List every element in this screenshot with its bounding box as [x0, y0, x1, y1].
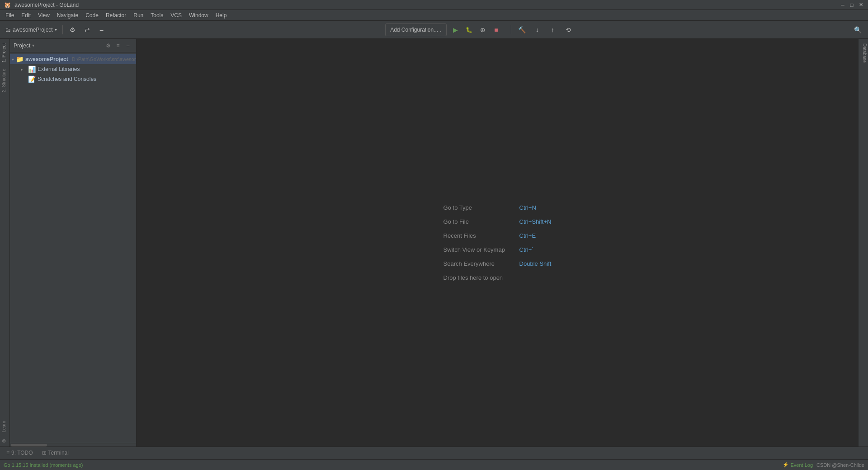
- title-bar-left: 🐹 awesomeProject - GoLand: [4, 1, 79, 9]
- status-bar-right: ⚡ Event Log CSDN @Shen-Childe: [783, 462, 864, 468]
- switch-view-label: Switch View or Keymap: [443, 246, 516, 253]
- bottom-tab-todo[interactable]: ≡ 9: TODO: [2, 447, 38, 459]
- app-icon: 🐹: [4, 1, 11, 9]
- folder-icon: 📁: [16, 56, 24, 63]
- tree-expand-arrow: ▸: [21, 67, 26, 72]
- external-libraries-label: External Libraries: [38, 66, 80, 72]
- terminal-label: Terminal: [48, 450, 69, 456]
- project-root-name: awesomeProject: [25, 56, 68, 62]
- project-panel-title: Project: [14, 42, 30, 49]
- event-log-icon: ⚡: [783, 462, 789, 468]
- vcs-push-button[interactable]: ↑: [547, 24, 559, 36]
- minimize-button[interactable]: ─: [839, 1, 846, 9]
- scratches-label: Scratches and Consoles: [38, 76, 96, 82]
- project-collapse-button[interactable]: –: [123, 41, 132, 50]
- add-config-label: Add Configuration...: [390, 27, 438, 33]
- sidebar-tab-database[interactable]: Database: [859, 41, 868, 66]
- menu-navigate[interactable]: Navigate: [53, 10, 82, 20]
- tree-item-external-libraries[interactable]: ▸ 📊 External Libraries: [10, 64, 136, 74]
- tree-item-scratches[interactable]: ▸ 📝 Scratches and Consoles: [10, 74, 136, 84]
- menu-edit[interactable]: Edit: [18, 10, 34, 20]
- project-icon[interactable]: 🗂 awesomeProject ▾: [4, 24, 59, 36]
- maximize-button[interactable]: □: [848, 1, 855, 9]
- user-status: CSDN @Shen-Childe: [816, 462, 864, 468]
- run-controls: ▶ 🐛 ⊕ ■: [449, 24, 503, 36]
- recent-files-row: Recent Files Ctrl+E: [443, 232, 536, 239]
- title-bar-controls: ─ □ ✕: [839, 1, 864, 9]
- menu-file[interactable]: File: [2, 10, 18, 20]
- add-configuration-button[interactable]: Add Configuration... .: [385, 24, 446, 36]
- title-bar: 🐹 awesomeProject - GoLand ─ □ ✕: [0, 0, 868, 10]
- search-everywhere-button[interactable]: 🔍: [852, 24, 864, 36]
- history-button[interactable]: ⟲: [562, 24, 575, 36]
- menu-vcs[interactable]: VCS: [167, 10, 185, 20]
- todo-icon: ≡: [6, 450, 9, 456]
- run-with-coverage-button[interactable]: ⊕: [476, 24, 489, 36]
- goto-type-label: Go to Type: [443, 204, 516, 211]
- menu-tools[interactable]: Tools: [147, 10, 167, 20]
- goto-type-key[interactable]: Ctrl+N: [519, 204, 536, 211]
- menu-bar: File Edit View Navigate Code Refactor Ru…: [0, 10, 868, 21]
- main-area: 1: Project 2: Structure Learn ◎ Project …: [0, 39, 868, 446]
- project-tree: ▾ 📁 awesomeProject D:\Path\GoWorks\src\a…: [10, 52, 136, 443]
- goto-file-key[interactable]: Ctrl+Shift+N: [519, 218, 552, 225]
- stop-button[interactable]: ■: [490, 24, 503, 36]
- todo-label: 9: TODO: [11, 450, 33, 456]
- vcs-update-button[interactable]: ↓: [531, 24, 544, 36]
- settings-icon[interactable]: ⚙: [66, 24, 79, 36]
- sidebar-tab-learn[interactable]: Learn: [0, 418, 9, 435]
- collapse-icon[interactable]: –: [95, 24, 108, 36]
- switch-view-row: Switch View or Keymap Ctrl+`: [443, 246, 534, 253]
- tree-item-root[interactable]: ▾ 📁 awesomeProject D:\Path\GoWorks\src\a…: [10, 54, 136, 64]
- project-dropdown-icon: ▾: [55, 27, 57, 32]
- menu-run[interactable]: Run: [130, 10, 147, 20]
- build-button[interactable]: 🔨: [516, 24, 528, 36]
- project-root-path: D:\Path\GoWorks\src\awesomeP: [72, 56, 136, 62]
- event-log-status[interactable]: ⚡ Event Log: [783, 462, 813, 468]
- editor-area: Go to Type Ctrl+N Go to File Ctrl+Shift+…: [137, 39, 858, 446]
- switch-view-key[interactable]: Ctrl+`: [519, 246, 534, 253]
- menu-help[interactable]: Help: [212, 10, 231, 20]
- search-everywhere-label: Search Everywhere: [443, 260, 516, 267]
- sidebar-tab-structure[interactable]: 2: Structure: [0, 66, 9, 95]
- drop-files-row: Drop files here to open: [443, 274, 503, 281]
- menu-code[interactable]: Code: [82, 10, 102, 20]
- project-layout-button[interactable]: ≡: [113, 41, 123, 50]
- recent-files-label: Recent Files: [443, 232, 516, 239]
- project-name-label: awesomeProject: [13, 27, 53, 33]
- bottom-tabs: ≡ 9: TODO ⊞ Terminal: [0, 446, 868, 459]
- project-panel: Project ▾ ⚙ ≡ – ▾ 📁 awesomeProject D:\Pa…: [10, 39, 137, 446]
- goto-file-row: Go to File Ctrl+Shift+N: [443, 218, 552, 225]
- folder-icon: 🗂: [5, 27, 11, 33]
- welcome-content: Go to Type Ctrl+N Go to File Ctrl+Shift+…: [443, 204, 552, 281]
- project-dropdown-arrow[interactable]: ▾: [32, 43, 34, 48]
- menu-window[interactable]: Window: [185, 10, 212, 20]
- project-panel-header: Project ▾ ⚙ ≡ –: [10, 39, 136, 52]
- recent-files-key[interactable]: Ctrl+E: [519, 232, 536, 239]
- search-everywhere-row: Search Everywhere Double Shift: [443, 260, 552, 267]
- status-bar: Go 1.15.15 Installed (moments ago) ⚡ Eve…: [0, 459, 868, 470]
- toolbar: 🗂 awesomeProject ▾ ⚙ ⇄ – Add Configurati…: [0, 21, 868, 39]
- project-settings-button[interactable]: ⚙: [104, 41, 113, 50]
- sidebar-tab-project[interactable]: 1: Project: [0, 41, 9, 65]
- goto-type-row: Go to Type Ctrl+N: [443, 204, 536, 211]
- close-button[interactable]: ✕: [857, 1, 864, 9]
- toolbar-left: 🗂 awesomeProject ▾ ⚙ ⇄ –: [4, 24, 108, 36]
- event-log-label: Event Log: [791, 462, 813, 468]
- add-config-dot: .: [440, 27, 441, 33]
- library-icon: 📊: [28, 66, 36, 73]
- goto-file-label: Go to File: [443, 218, 516, 225]
- bottom-tab-terminal[interactable]: ⊞ Terminal: [38, 447, 73, 459]
- debug-button[interactable]: 🐛: [463, 24, 476, 36]
- status-bar-left: Go 1.15.15 Installed (moments ago): [4, 462, 83, 468]
- sidebar-tab-plugins[interactable]: ◎: [0, 436, 9, 446]
- terminal-icon: ⊞: [42, 450, 47, 456]
- search-everywhere-key[interactable]: Double Shift: [519, 260, 552, 267]
- go-version-status[interactable]: Go 1.15.15 Installed (moments ago): [4, 462, 83, 468]
- menu-view[interactable]: View: [34, 10, 53, 20]
- run-button[interactable]: ▶: [449, 24, 462, 36]
- title-bar-title: awesomeProject - GoLand: [14, 2, 79, 8]
- left-sidebar-tabs: 1: Project 2: Structure Learn ◎: [0, 39, 10, 446]
- menu-refactor[interactable]: Refactor: [102, 10, 130, 20]
- sync-icon[interactable]: ⇄: [81, 24, 94, 36]
